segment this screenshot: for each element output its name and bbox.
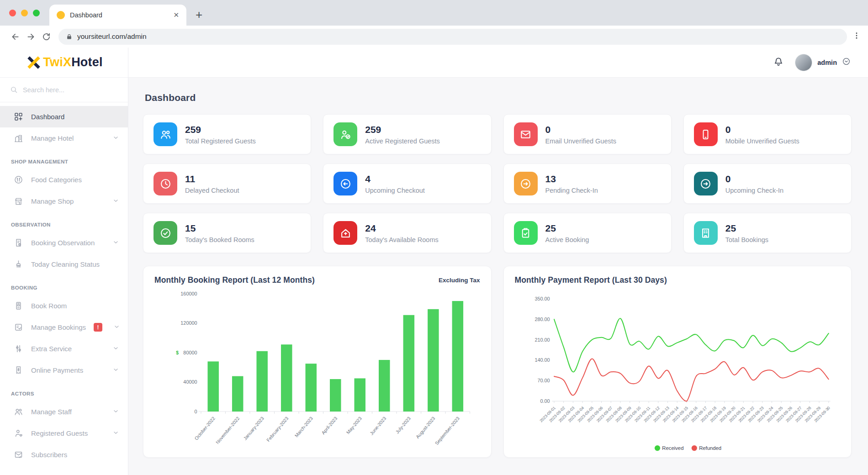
food-category-icon <box>14 175 23 185</box>
stat-card-active-booking: 25Active Booking <box>503 213 672 253</box>
stat-card-mobile-unverified-guests: 0Mobile Unverified Guests <box>683 114 852 154</box>
sidebar-item-online-payments[interactable]: Online Payments <box>0 359 128 381</box>
forward-button[interactable] <box>23 29 38 44</box>
tab-favicon-icon <box>57 11 65 19</box>
sidebar-item-label: Dashboard <box>31 113 119 121</box>
sidebar-search <box>0 78 128 102</box>
page-title: Dashboard <box>145 92 852 103</box>
svg-text:October-2022: October-2022 <box>194 416 216 441</box>
lock-icon <box>66 33 73 40</box>
stat-value: 11 <box>185 173 239 185</box>
stat-icon-badge <box>514 122 538 146</box>
window-close-button[interactable] <box>9 10 16 16</box>
content: Dashboard 259Total Registered Guests259A… <box>128 78 868 475</box>
notifications-button[interactable] <box>773 56 784 69</box>
url-bar[interactable]: yoursiteurl.com/admin <box>58 29 847 45</box>
svg-text:210.00: 210.00 <box>535 337 550 343</box>
tab-close-icon[interactable]: ✕ <box>173 11 179 19</box>
svg-text:November-2022: November-2022 <box>215 416 240 445</box>
stat-label: Mobile Unverified Guests <box>725 137 799 145</box>
back-button[interactable] <box>7 29 23 44</box>
stat-card-upcoming-checkout: 4Upcoming Checkout <box>323 164 491 204</box>
svg-text:September-2023: September-2023 <box>434 416 460 446</box>
reload-button[interactable] <box>38 29 54 44</box>
sidebar-item-dashboard[interactable]: Dashboard <box>0 106 128 127</box>
stat-value: 13 <box>545 173 598 185</box>
stat-label: Pending Check-In <box>545 187 598 194</box>
svg-text:40000: 40000 <box>183 379 197 385</box>
stat-card-delayed-checkout: 11Delayed Checkout <box>143 164 311 204</box>
forward-arrow-icon <box>26 32 36 42</box>
svg-text:July-2023: July-2023 <box>395 416 412 435</box>
clock-icon <box>159 178 172 190</box>
chevron-down-icon <box>113 408 119 416</box>
chevron-down-icon <box>113 239 119 247</box>
sidebar-item-manage-hotel[interactable]: Manage Hotel <box>0 127 128 149</box>
sidebar-item-manage-shop[interactable]: Manage Shop <box>0 190 128 212</box>
profile-menu[interactable]: admin <box>795 54 851 71</box>
browser-tab[interactable]: Dashboard ✕ <box>49 5 186 26</box>
stat-label: Today's Available Rooms <box>365 236 438 243</box>
reload-icon <box>42 32 51 42</box>
window-zoom-button[interactable] <box>33 10 40 16</box>
sidebar-item-label: Manage Shop <box>31 197 105 205</box>
stat-value: 259 <box>365 124 440 135</box>
stat-label: Upcoming Check-In <box>725 187 783 194</box>
chevron-down-icon <box>113 197 119 205</box>
svg-text:140.00: 140.00 <box>535 358 550 363</box>
room-card-icon <box>14 301 23 311</box>
sidebar-item-booking-observation[interactable]: Booking Observation <box>0 232 128 253</box>
home-plus-icon <box>339 227 352 239</box>
main-area: admin Dashboard 259Total Registered Gues… <box>128 48 868 475</box>
stat-label: Today's Booked Rooms <box>185 236 254 243</box>
search-icon <box>10 86 18 94</box>
sidebar-item-manage-staff[interactable]: Manage Staff <box>0 401 128 422</box>
svg-text:160000: 160000 <box>180 291 197 296</box>
excluding-tax-note: Excluding Tax <box>439 277 480 284</box>
svg-text:120000: 120000 <box>180 320 197 326</box>
sidebar-item-subscribers[interactable]: Subscribers <box>0 444 128 465</box>
browser-chrome: Dashboard ✕ + yoursiteurl.com/admin <box>0 0 868 48</box>
sidebar-section-actors: ACTORS <box>0 381 128 401</box>
sidebar-item-label: Extra Service <box>31 345 105 353</box>
window-minimize-button[interactable] <box>21 10 28 16</box>
booking-list-icon <box>14 322 23 332</box>
stat-card-today-s-available-rooms: 24Today's Available Rooms <box>323 213 491 253</box>
sidebar-item-registered-guests[interactable]: Registered Guests <box>0 422 128 444</box>
svg-text:January-2023: January-2023 <box>243 416 265 441</box>
extra-service-icon <box>14 344 23 354</box>
chevron-down-icon <box>113 134 119 142</box>
chevron-down-icon <box>113 345 119 353</box>
sidebar-item-food-categories[interactable]: Food Categories <box>0 169 128 190</box>
sidebar-item-book-room[interactable]: Book Room <box>0 295 128 317</box>
browser-menu-button[interactable] <box>852 32 861 42</box>
stat-card-today-s-booked-rooms: 15Today's Booked Rooms <box>143 213 311 253</box>
new-tab-button[interactable]: + <box>196 9 202 21</box>
mobile-icon <box>699 128 712 141</box>
sidebar-item-extra-service[interactable]: Extra Service <box>0 338 128 359</box>
arrow-right-circle-icon <box>519 178 532 190</box>
chevron-circle-icon <box>842 57 851 68</box>
stat-icon-badge <box>333 172 357 195</box>
brand-x-mark-icon <box>25 54 42 71</box>
search-input[interactable] <box>23 86 118 94</box>
svg-text:0.00: 0.00 <box>540 398 550 404</box>
username: admin <box>817 59 837 66</box>
stat-label: Delayed Checkout <box>185 187 239 194</box>
stats-grid: 259Total Registered Guests259Active Regi… <box>143 114 852 253</box>
charts-row: Monthly Booking Report (Last 12 Months) … <box>143 266 852 458</box>
svg-text:June-2023: June-2023 <box>369 416 387 436</box>
brand-logo[interactable]: TwiX Hotel <box>0 48 128 78</box>
sidebar-item-manage-bookings[interactable]: Manage Bookings! <box>0 317 128 338</box>
chevron-down-icon <box>113 366 119 374</box>
dashboard-grid-icon <box>14 112 23 121</box>
stat-card-total-registered-guests: 259Total Registered Guests <box>143 114 311 154</box>
stat-card-pending-check-in: 13Pending Check-In <box>503 164 672 204</box>
stat-label: Email Unverified Guests <box>545 137 617 145</box>
payment-report-card: Monthly Payment Report (Last 30 Days) 0.… <box>503 266 852 458</box>
svg-text:August-2023: August-2023 <box>415 416 436 439</box>
sidebar-item-today-cleaning-status[interactable]: Today Cleaning Status <box>0 253 128 275</box>
svg-text:$: $ <box>176 350 179 355</box>
tab-strip: Dashboard ✕ + <box>0 0 868 26</box>
svg-text:0: 0 <box>194 409 197 414</box>
